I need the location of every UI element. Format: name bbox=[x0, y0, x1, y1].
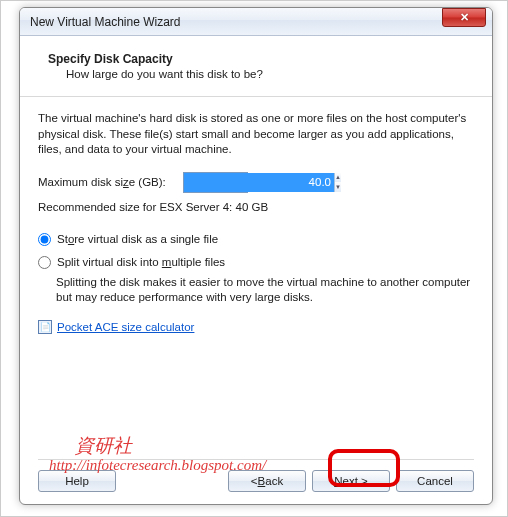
disk-size-label: Maximum disk size (GB): bbox=[38, 176, 183, 188]
cancel-button[interactable]: Cancel bbox=[396, 470, 474, 492]
page-subtitle: How large do you want this disk to be? bbox=[48, 68, 474, 80]
close-button[interactable]: ✕ bbox=[442, 8, 486, 27]
disk-size-row: Maximum disk size (GB): ▲ ▼ bbox=[38, 172, 474, 193]
radio-split-input[interactable] bbox=[38, 256, 51, 269]
radio-split-file[interactable]: Split virtual disk into multiple files bbox=[38, 256, 474, 269]
radio-split-label: Split virtual disk into multiple files bbox=[57, 256, 225, 268]
help-button[interactable]: Help bbox=[38, 470, 116, 492]
radio-single-input[interactable] bbox=[38, 233, 51, 246]
recommended-text: Recommended size for ESX Server 4: 40 GB bbox=[38, 201, 474, 213]
intro-text: The virtual machine's hard disk is store… bbox=[38, 111, 474, 158]
window-title: New Virtual Machine Wizard bbox=[30, 15, 486, 29]
calculator-link[interactable]: Pocket ACE size calculator bbox=[57, 321, 194, 333]
split-description: Splitting the disk makes it easier to mo… bbox=[38, 275, 474, 306]
calculator-icon: 📄 bbox=[38, 320, 52, 334]
radio-single-file[interactable]: Store virtual disk as a single file bbox=[38, 233, 474, 246]
footer-buttons: Help < Back Next > Cancel bbox=[38, 459, 474, 492]
next-button[interactable]: Next > bbox=[312, 470, 390, 492]
content-area: Specify Disk Capacity How large do you w… bbox=[20, 36, 492, 334]
calculator-link-row: 📄 Pocket ACE size calculator bbox=[38, 320, 474, 334]
back-button[interactable]: < Back bbox=[228, 470, 306, 492]
disk-size-input[interactable] bbox=[184, 173, 334, 192]
spinner-buttons: ▲ ▼ bbox=[334, 173, 341, 192]
titlebar: New Virtual Machine Wizard ✕ bbox=[20, 8, 492, 36]
close-icon: ✕ bbox=[460, 11, 469, 24]
spinner-down-icon[interactable]: ▼ bbox=[335, 182, 341, 192]
radio-single-label: Store virtual disk as a single file bbox=[57, 233, 218, 245]
spinner-up-icon[interactable]: ▲ bbox=[335, 173, 341, 183]
header-divider bbox=[20, 96, 492, 97]
disk-size-spinner[interactable]: ▲ ▼ bbox=[183, 172, 248, 193]
page-title: Specify Disk Capacity bbox=[48, 52, 474, 66]
wizard-window: New Virtual Machine Wizard ✕ Specify Dis… bbox=[19, 7, 493, 505]
page-header: Specify Disk Capacity How large do you w… bbox=[38, 48, 474, 90]
